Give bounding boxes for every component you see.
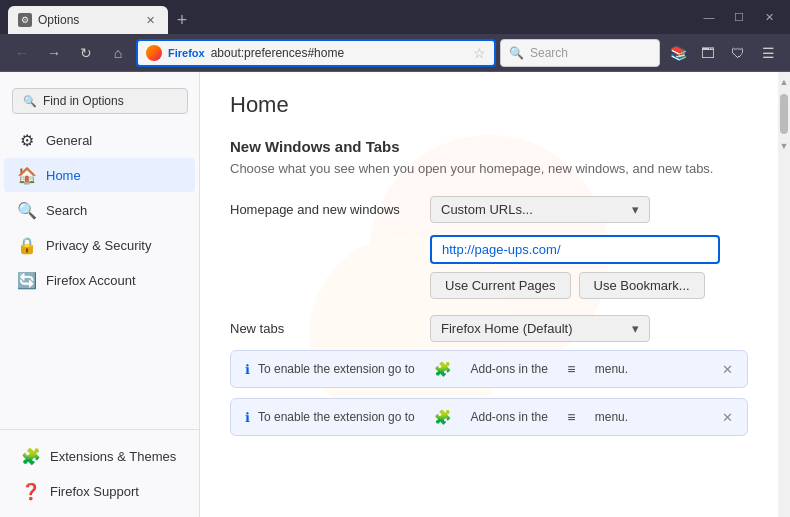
puzzle-icon-1: 🧩	[434, 361, 451, 377]
close-button[interactable]: ✕	[756, 7, 782, 27]
new-tabs-arrow-icon: ▾	[632, 321, 639, 336]
browser-tab[interactable]: ⚙ Options ✕	[8, 6, 168, 34]
sidebar-bottom: 🧩 Extensions & Themes ❓ Firefox Support	[0, 429, 199, 517]
reload-button[interactable]: ↻	[72, 39, 100, 67]
tab-favicon: ⚙	[18, 13, 32, 27]
homepage-control: Custom URLs... ▾	[430, 196, 748, 223]
content-area: Home New Windows and Tabs Choose what yo…	[200, 72, 778, 517]
new-tabs-form-row: New tabs Firefox Home (Default) ▾	[230, 315, 748, 342]
bookmark-star-icon[interactable]: ☆	[473, 45, 486, 61]
sidebar-item-account-label: Firefox Account	[46, 273, 136, 288]
tab-close-button[interactable]: ✕	[142, 12, 158, 28]
section-desc: Choose what you see when you open your h…	[230, 161, 748, 176]
info-icon-2: ℹ	[245, 410, 250, 425]
new-tabs-select[interactable]: Firefox Home (Default) ▾	[430, 315, 650, 342]
forward-button[interactable]: →	[40, 39, 68, 67]
menu-button[interactable]: ☰	[754, 39, 782, 67]
title-bar: ⚙ Options ✕ + — ☐ ✕	[0, 0, 790, 34]
firefox-label: Firefox	[168, 47, 205, 59]
tab-title: Options	[38, 13, 136, 27]
new-tabs-control: Firefox Home (Default) ▾	[430, 315, 748, 342]
info-box-2-text-mid: Add-ons in the	[470, 410, 547, 424]
sidebar-item-general[interactable]: ⚙ General	[4, 123, 195, 157]
search-icon: 🔍	[509, 46, 524, 60]
main-area: 🔍 Find in Options ⚙ General 🏠 Home 🔍 Sea…	[0, 72, 790, 517]
support-icon: ❓	[22, 482, 40, 500]
puzzle-icon-2: 🧩	[434, 409, 451, 425]
sidebar: 🔍 Find in Options ⚙ General 🏠 Home 🔍 Sea…	[0, 72, 200, 517]
sidebar-item-home-label: Home	[46, 168, 81, 183]
library-button[interactable]: 📚	[664, 39, 692, 67]
minimize-button[interactable]: —	[696, 7, 722, 27]
sidebar-search-area: 🔍 Find in Options	[12, 88, 187, 114]
address-bar[interactable]: Firefox about:preferences#home ☆	[136, 39, 496, 67]
custom-urls-option: Custom URLs...	[441, 202, 533, 217]
content-inner: Home New Windows and Tabs Choose what yo…	[230, 92, 748, 436]
scroll-thumb[interactable]	[780, 94, 788, 134]
info-box-2-close[interactable]: ✕	[722, 410, 733, 425]
info-box-1-text-mid: Add-ons in the	[470, 362, 547, 376]
tab-area: ⚙ Options ✕ +	[8, 0, 692, 34]
use-bookmark-button[interactable]: Use Bookmark...	[579, 272, 705, 299]
select-arrow-icon: ▾	[632, 202, 639, 217]
sidebar-item-support[interactable]: ❓ Firefox Support	[8, 474, 191, 508]
info-box-2: ℹ To enable the extension go to 🧩 Add-on…	[230, 398, 748, 436]
menu-icon-1: ≡	[567, 361, 575, 377]
privacy-icon: 🔒	[18, 236, 36, 254]
sidebar-nav: ⚙ General 🏠 Home 🔍 Search 🔒 Privacy & Se…	[0, 122, 199, 429]
shield-button[interactable]: 🛡	[724, 39, 752, 67]
firefox-logo-icon	[146, 45, 162, 61]
account-icon: 🔄	[18, 271, 36, 289]
new-tab-button[interactable]: +	[168, 6, 196, 34]
scroll-up-button[interactable]: ▲	[778, 74, 790, 90]
home-button[interactable]: ⌂	[104, 39, 132, 67]
homepage-form-row: Homepage and new windows Custom URLs... …	[230, 196, 748, 223]
use-current-pages-button[interactable]: Use Current Pages	[430, 272, 571, 299]
nav-bar: ← → ↻ ⌂ Firefox about:preferences#home ☆…	[0, 34, 790, 72]
info-box-2-text-end: menu.	[595, 410, 628, 424]
sidebar-item-extensions-label: Extensions & Themes	[50, 449, 176, 464]
sidebar-item-extensions[interactable]: 🧩 Extensions & Themes	[8, 439, 191, 473]
info-box-1-text-end: menu.	[595, 362, 628, 376]
browser-window: ⚙ Options ✕ + — ☐ ✕ ← → ↻ ⌂ Firefox abou…	[0, 0, 790, 517]
sidebar-item-support-label: Firefox Support	[50, 484, 139, 499]
find-in-options-button[interactable]: 🔍 Find in Options	[12, 88, 188, 114]
sidebar-item-privacy-label: Privacy & Security	[46, 238, 151, 253]
info-icon-1: ℹ	[245, 362, 250, 377]
info-box-2-text-before: To enable the extension go to	[258, 410, 415, 424]
home-nav-icon: 🏠	[18, 166, 36, 184]
menu-icon-2: ≡	[567, 409, 575, 425]
url-text: about:preferences#home	[211, 46, 467, 60]
new-tabs-option: Firefox Home (Default)	[441, 321, 572, 336]
sidebar-item-home[interactable]: 🏠 Home	[4, 158, 195, 192]
maximize-button[interactable]: ☐	[726, 7, 752, 27]
sidebar-item-search[interactable]: 🔍 Search	[4, 193, 195, 227]
custom-urls-select[interactable]: Custom URLs... ▾	[430, 196, 650, 223]
sidebar-item-privacy[interactable]: 🔒 Privacy & Security	[4, 228, 195, 262]
find-options-search-icon: 🔍	[23, 95, 37, 108]
browser-search-bar[interactable]: 🔍 Search	[500, 39, 660, 67]
nav-tools: 📚 🗔 🛡 ☰	[664, 39, 782, 67]
button-row: Use Current Pages Use Bookmark...	[430, 272, 748, 299]
find-options-label: Find in Options	[43, 94, 124, 108]
new-tabs-label: New tabs	[230, 321, 430, 336]
info-box-1: ℹ To enable the extension go to 🧩 Add-on…	[230, 350, 748, 388]
section-title: New Windows and Tabs	[230, 138, 748, 155]
page-title: Home	[230, 92, 748, 118]
search-nav-icon: 🔍	[18, 201, 36, 219]
sidebar-item-search-label: Search	[46, 203, 87, 218]
homepage-label: Homepage and new windows	[230, 202, 430, 217]
scrollbar[interactable]: ▲ ▼	[778, 72, 790, 517]
info-box-1-close[interactable]: ✕	[722, 362, 733, 377]
browser-search-placeholder: Search	[530, 46, 568, 60]
sidebar-item-firefox-account[interactable]: 🔄 Firefox Account	[4, 263, 195, 297]
scroll-down-button[interactable]: ▼	[778, 138, 790, 154]
back-button[interactable]: ←	[8, 39, 36, 67]
extensions-icon: 🧩	[22, 447, 40, 465]
general-icon: ⚙	[18, 131, 36, 149]
sidebar-item-general-label: General	[46, 133, 92, 148]
window-controls: — ☐ ✕	[696, 7, 782, 27]
url-input-field[interactable]	[430, 235, 720, 264]
info-box-1-text-before: To enable the extension go to	[258, 362, 415, 376]
sync-button[interactable]: 🗔	[694, 39, 722, 67]
